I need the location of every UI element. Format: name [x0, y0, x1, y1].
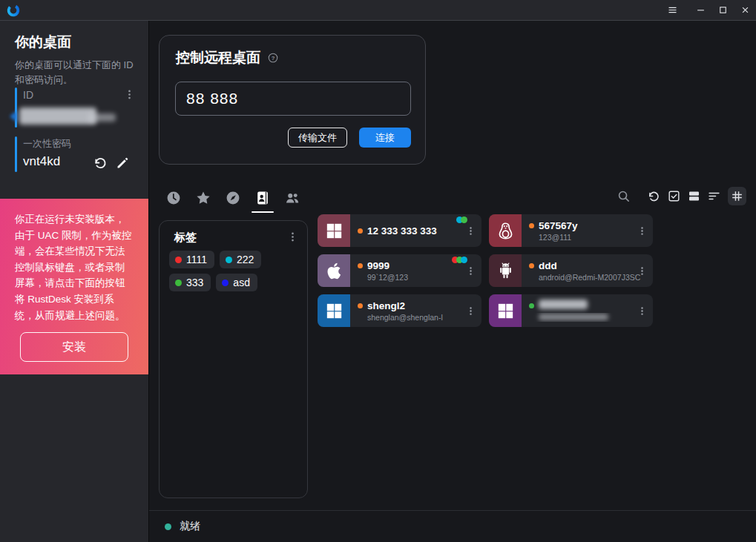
cards-toolbar-button[interactable]: [685, 187, 703, 205]
tags-panel: 标签 1111 222 333 asd: [159, 220, 308, 498]
peer-card[interactable]: 12 333 333 333: [318, 214, 481, 247]
tab-people[interactable]: [277, 187, 307, 209]
refresh-password-icon[interactable]: [91, 153, 109, 171]
one-time-password-value: vnt4kd: [23, 154, 60, 169]
peer-os-tile: [489, 254, 522, 287]
sidebar-title: 你的桌面: [15, 33, 71, 52]
peer-info: 567567y 123@111: [522, 214, 653, 247]
tag-chip[interactable]: 1111: [169, 251, 214, 268]
peer-status-dot: [358, 303, 363, 308]
peer-menu-icon[interactable]: [635, 264, 648, 277]
tab-clock[interactable]: [159, 187, 188, 209]
sidebar: 你的桌面 你的桌面可以通过下面的 ID 和密码访问。 ID 一次性密码 vnt4…: [0, 21, 148, 542]
install-warning-box: 你正在运行未安装版本，由于 UAC 限制，作为被控端，会在某些情况下无法控制鼠标…: [0, 199, 148, 374]
tag-color-dot: [226, 257, 232, 263]
peer-status-dot: [358, 263, 363, 268]
tag-color-dot: [175, 280, 182, 286]
peer-card[interactable]: [489, 294, 653, 327]
people-icon: [284, 190, 300, 206]
star-icon: [195, 190, 211, 206]
peer-info: [522, 294, 653, 327]
peer-name: [539, 300, 588, 311]
peer-name: shengl2: [367, 300, 405, 311]
tag-chip[interactable]: 222: [220, 251, 261, 268]
svg-text:?: ?: [272, 55, 275, 62]
id-menu-icon[interactable]: [122, 87, 137, 102]
peer-menu-icon[interactable]: [464, 264, 477, 277]
peer-card[interactable]: shengl2 shenglan@shenglan-l: [318, 294, 481, 327]
tag-color-dot: [222, 280, 229, 286]
peer-tag-dots: [458, 217, 467, 223]
search-toolbar-button[interactable]: [614, 187, 633, 205]
remote-id-input[interactable]: [175, 82, 411, 116]
peer-menu-icon[interactable]: [635, 304, 648, 317]
close-button[interactable]: [734, 0, 756, 20]
tag-chip[interactable]: asd: [216, 274, 257, 291]
grid-toolbar-button[interactable]: [728, 187, 746, 205]
peer-tag-dots: [454, 257, 467, 263]
id-blur-artifact: [10, 110, 17, 122]
peer-name: 12 333 333 333: [367, 225, 437, 237]
windows-icon: [496, 301, 516, 321]
peer-subtitle: 123@111: [529, 233, 653, 242]
one-time-password-label: 一次性密码: [23, 137, 71, 151]
peer-info: ddd android@Redmi-M2007J3SC: [522, 254, 653, 287]
peer-os-tile: [318, 214, 350, 247]
compass-icon: [225, 190, 241, 206]
rustdesk-logo-icon: [6, 3, 21, 18]
help-icon[interactable]: ?: [267, 52, 279, 64]
peer-toolbar: [614, 187, 746, 205]
peer-os-tile: [489, 294, 522, 327]
peer-card[interactable]: 9999 99`12@123: [318, 254, 481, 287]
desktop-id-value-blurred-tail: [88, 113, 116, 122]
connect-button[interactable]: 连接: [359, 128, 411, 148]
peer-status-dot: [529, 223, 534, 228]
peer-status-dot: [529, 303, 534, 308]
tag-chip[interactable]: 333: [169, 274, 211, 291]
peer-subtitle: [529, 313, 653, 322]
transfer-file-button[interactable]: 传输文件: [288, 128, 347, 148]
checkbox-toolbar-button[interactable]: [665, 187, 683, 205]
statusbar: 就绪: [149, 510, 756, 542]
windows-icon: [324, 301, 344, 321]
minimize-button[interactable]: [689, 0, 711, 20]
peer-subtitle: shenglan@shenglan-l: [358, 313, 481, 322]
desktop-id-value-blurred: [19, 108, 96, 125]
sort-toolbar-button[interactable]: [705, 187, 723, 205]
peer-status-dot: [358, 228, 363, 234]
window-controls: [661, 0, 756, 20]
tab-compass[interactable]: [218, 187, 248, 209]
address-book-icon: [254, 190, 271, 206]
menu-button[interactable]: [661, 0, 683, 20]
tag-label: 1111: [186, 254, 207, 265]
peer-card[interactable]: 567567y 123@111: [489, 214, 653, 247]
maximize-button[interactable]: [711, 0, 734, 20]
tag-label: 333: [186, 277, 203, 288]
tags-list: 1111 222 333 asd: [169, 251, 300, 291]
peer-menu-icon[interactable]: [635, 224, 648, 237]
tab-address-book[interactable]: [248, 187, 277, 209]
edit-password-icon[interactable]: [114, 153, 131, 171]
peers-grid: 12 333 333 333 567567y 123@111 9999 99`1…: [318, 214, 653, 327]
desktop-id-label: ID: [23, 89, 33, 101]
android-icon: [496, 261, 516, 281]
install-button[interactable]: 安装: [20, 332, 128, 362]
tags-title: 标签: [174, 231, 197, 245]
tags-menu-icon[interactable]: [285, 229, 300, 244]
peer-card[interactable]: ddd android@Redmi-M2007J3SC: [489, 254, 653, 287]
peer-os-tile: [318, 254, 350, 287]
peer-name: ddd: [539, 260, 557, 271]
refresh-toolbar-button[interactable]: [645, 187, 663, 205]
titlebar: [0, 0, 756, 21]
peer-menu-icon[interactable]: [464, 224, 477, 237]
control-remote-desktop-card: 控制远程桌面 ? 传输文件 连接: [159, 35, 426, 165]
peer-subtitle: 99`12@123: [358, 273, 481, 282]
install-warning-text: 你正在运行未安装版本，由于 UAC 限制，作为被控端，会在某些情况下无法控制鼠标…: [15, 211, 134, 323]
peer-subtitle: android@Redmi-M2007J3SC: [529, 273, 653, 282]
peer-menu-icon[interactable]: [464, 304, 477, 317]
windows-icon: [324, 221, 344, 241]
sidebar-description: 你的桌面可以通过下面的 ID 和密码访问。: [15, 58, 137, 87]
tag-color-dot: [175, 257, 182, 263]
tab-star[interactable]: [188, 187, 218, 209]
peer-os-tile: [489, 214, 522, 247]
